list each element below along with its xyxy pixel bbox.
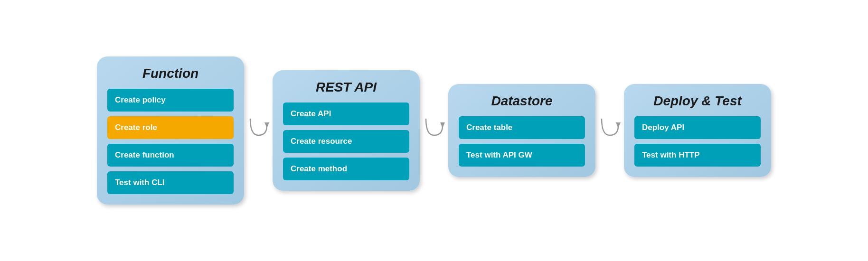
flow-container: Function Create policy Create role Creat…	[78, 47, 790, 214]
panel-function: Function Create policy Create role Creat…	[97, 56, 244, 205]
btn-create-api[interactable]: Create API	[283, 103, 409, 125]
btn-create-table[interactable]: Create table	[459, 116, 585, 139]
btn-test-api-gw[interactable]: Test with API GW	[459, 144, 585, 167]
btn-test-cli[interactable]: Test with CLI	[107, 171, 234, 194]
btn-create-resource[interactable]: Create resource	[283, 130, 409, 153]
btn-create-policy[interactable]: Create policy	[107, 89, 234, 112]
panel-datastore-items: Create table Test with API GW	[459, 116, 585, 167]
panel-deploy-test-title: Deploy & Test	[634, 93, 761, 109]
panel-deploy-test: Deploy & Test Deploy API Test with HTTP	[624, 84, 771, 177]
btn-create-function[interactable]: Create function	[107, 144, 234, 167]
svg-marker-1	[440, 122, 445, 128]
svg-marker-2	[616, 122, 621, 128]
svg-marker-0	[264, 122, 269, 128]
panel-datastore-title: Datastore	[459, 93, 585, 109]
arrow-1	[244, 112, 273, 149]
btn-deploy-api[interactable]: Deploy API	[634, 116, 761, 139]
panel-rest-api-title: REST API	[283, 80, 409, 95]
arrow-3	[595, 112, 624, 149]
panel-deploy-test-items: Deploy API Test with HTTP	[634, 116, 761, 167]
btn-test-http[interactable]: Test with HTTP	[634, 144, 761, 167]
arrow-2	[420, 112, 448, 149]
panel-rest-api-items: Create API Create resource Create method	[283, 103, 409, 180]
btn-create-method[interactable]: Create method	[283, 158, 409, 180]
panel-function-items: Create policy Create role Create functio…	[107, 89, 234, 194]
btn-create-role[interactable]: Create role	[107, 116, 234, 139]
panel-function-title: Function	[107, 66, 234, 81]
panel-rest-api: REST API Create API Create resource Crea…	[273, 70, 420, 191]
panel-datastore: Datastore Create table Test with API GW	[448, 84, 595, 177]
